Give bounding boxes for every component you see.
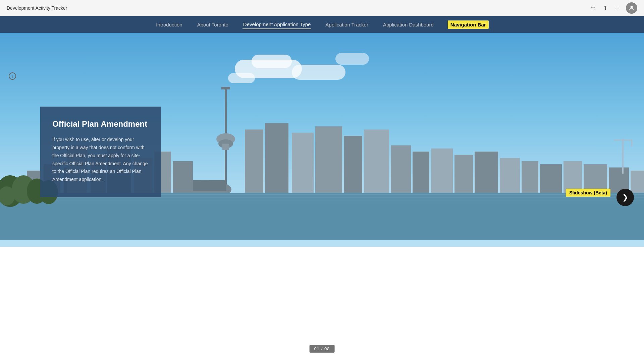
svg-rect-28 [475, 152, 498, 196]
info-icon[interactable]: i [9, 72, 16, 80]
svg-rect-21 [315, 126, 342, 193]
svg-rect-40 [614, 140, 632, 141]
svg-rect-42 [0, 193, 644, 240]
next-arrow-icon: ❯ [622, 193, 628, 202]
browser-title: Development Activity Tracker [7, 5, 67, 11]
nav-introduction[interactable]: Introduction [155, 20, 183, 29]
share-icon[interactable]: ⬆ [602, 5, 608, 11]
slide-separator: / [321, 346, 324, 351]
svg-rect-35 [631, 171, 644, 196]
cloud-5 [335, 53, 369, 65]
svg-rect-22 [344, 136, 362, 193]
svg-rect-29 [500, 158, 520, 196]
svg-rect-45 [0, 201, 644, 201]
svg-rect-31 [540, 164, 562, 196]
nav-bar: Introduction About Toronto Development A… [0, 16, 644, 33]
nav-navigation-bar[interactable]: Navigation Bar [448, 20, 489, 29]
svg-rect-6 [221, 87, 230, 89]
hero-section: i Official Plan Amendment If you wish to… [0, 33, 644, 362]
svg-rect-44 [0, 197, 644, 198]
cloud-4 [292, 65, 345, 80]
slide-current: 01 [314, 346, 320, 351]
svg-rect-9 [222, 144, 229, 150]
svg-rect-23 [364, 130, 389, 193]
cloud-2 [252, 55, 292, 68]
info-card: Official Plan Amendment If you wish to u… [40, 107, 161, 197]
nav-application-dashboard[interactable]: Application Dashboard [382, 20, 434, 29]
svg-rect-18 [245, 130, 263, 193]
svg-point-0 [631, 6, 633, 8]
nav-development-application-type[interactable]: Development Application Type [243, 20, 312, 29]
svg-rect-39 [622, 139, 624, 174]
more-icon[interactable]: ··· [614, 5, 621, 11]
nav-about-toronto[interactable]: About Toronto [197, 20, 229, 29]
next-slide-button[interactable]: ❯ [616, 189, 634, 206]
slide-counter: 01 / 08 [310, 345, 335, 353]
browser-bar: Development Activity Tracker ☆ ⬆ ··· [0, 0, 644, 16]
bookmark-icon[interactable]: ☆ [590, 5, 596, 11]
svg-rect-30 [522, 161, 538, 196]
svg-rect-26 [431, 148, 453, 196]
card-body: If you wish to use, alter or develop you… [52, 136, 149, 184]
nav-application-tracker[interactable]: Application Tracker [325, 20, 369, 29]
slideshow-beta-label: Slideshow (Beta) [566, 189, 610, 197]
card-title: Official Plan Amendment [52, 119, 149, 129]
cloud-3 [228, 73, 255, 83]
slide-total: 08 [324, 346, 330, 351]
svg-rect-25 [413, 152, 429, 196]
svg-rect-41 [631, 140, 632, 147]
svg-rect-24 [391, 145, 411, 196]
avatar[interactable] [626, 2, 637, 14]
browser-icons: ☆ ⬆ ··· [590, 2, 637, 14]
svg-rect-19 [265, 123, 288, 193]
svg-rect-20 [292, 133, 314, 193]
svg-rect-27 [454, 155, 473, 196]
